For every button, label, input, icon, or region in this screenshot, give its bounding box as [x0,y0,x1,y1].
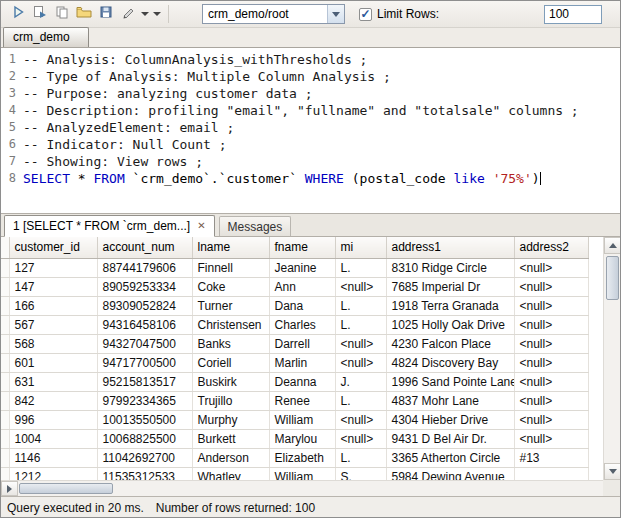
table-cell[interactable]: Marylou [269,429,335,448]
column-header[interactable]: mi [335,237,386,258]
table-cell[interactable]: 9431 D Bel Air Dr. [386,429,514,448]
table-cell[interactable]: 4837 Mohr Lane [386,391,514,410]
table-cell[interactable]: <null> [514,353,588,372]
table-cell[interactable]: 97992334365 [97,391,192,410]
scroll-right-button[interactable] [1,481,18,496]
table-cell[interactable]: <null> [335,429,386,448]
edit-button[interactable] [117,3,139,25]
table-cell[interactable]: L. [335,315,386,334]
table-cell[interactable]: 996 [9,410,97,429]
table-cell[interactable]: L. [335,391,386,410]
table-cell[interactable]: Turner [192,296,269,315]
table-cell[interactable]: #13 [514,448,588,467]
editor-code-lines[interactable]: -- Analysis: ColumnAnalysis_withThreshol… [21,51,620,213]
table-cell[interactable]: 89059253334 [97,277,192,296]
table-cell[interactable]: 567 [9,315,97,334]
table-cell[interactable]: Ann [269,277,335,296]
vertical-scroll-thumb[interactable] [606,256,619,300]
table-cell[interactable]: 4304 Hieber Drive [386,410,514,429]
table-cell[interactable]: 88744179606 [97,258,192,277]
table-cell[interactable]: <null> [514,372,588,391]
table-cell[interactable]: Murphy [192,410,269,429]
tab-messages[interactable]: Messages [219,216,292,236]
table-cell[interactable]: 1996 Sand Pointe Lane [386,372,514,391]
table-cell[interactable]: 1212 [9,467,97,480]
table-cell[interactable]: 1146 [9,448,97,467]
limit-rows-input[interactable] [544,5,602,24]
table-cell[interactable]: 601 [9,353,97,372]
table-cell[interactable]: 10068825500 [97,429,192,448]
table-cell[interactable]: <null> [514,315,588,334]
table-row[interactable]: 114611042692700AndersonElizabethL.3365 A… [1,448,588,467]
run-query-button[interactable] [7,3,29,25]
table-row[interactable]: 121211535312533WhatleyWilliamS.5984 Dewi… [1,467,588,480]
table-cell[interactable]: Trujillo [192,391,269,410]
table-cell[interactable]: 5984 Dewing Avenue [386,467,514,480]
copy-button[interactable] [51,3,73,25]
table-cell[interactable]: <null> [514,334,588,353]
table-cell[interactable]: Coriell [192,353,269,372]
table-cell[interactable]: 95215813517 [97,372,192,391]
column-header[interactable]: lname [192,237,269,258]
table-cell[interactable]: 568 [9,334,97,353]
column-header[interactable]: customer_id [9,237,97,258]
table-cell[interactable]: Renee [269,391,335,410]
table-cell[interactable]: L. [335,258,386,277]
open-file-button[interactable] [73,3,95,25]
horizontal-scroll-thumb[interactable] [19,483,113,494]
table-cell[interactable]: Buskirk [192,372,269,391]
tab-crm-demo[interactable]: crm_demo [3,27,89,47]
scroll-up-button[interactable] [604,237,621,254]
table-cell[interactable]: <null> [335,410,386,429]
table-cell[interactable]: 4824 Discovery Bay [386,353,514,372]
column-header[interactable]: address2 [514,237,588,258]
toolbar-overflow-button[interactable] [151,3,163,25]
table-cell[interactable]: Marlin [269,353,335,372]
table-cell[interactable]: Finnell [192,258,269,277]
column-header[interactable]: fname [269,237,335,258]
table-row[interactable]: 60194717700500CoriellMarlin<null>4824 Di… [1,353,588,372]
horizontal-scrollbar[interactable] [1,480,605,496]
table-cell[interactable]: <null> [514,429,588,448]
table-cell[interactable]: Coke [192,277,269,296]
table-cell[interactable]: 631 [9,372,97,391]
table-cell[interactable] [514,467,588,480]
table-cell[interactable]: <null> [335,334,386,353]
table-cell[interactable]: 4230 Falcon Place [386,334,514,353]
table-cell[interactable]: Whatley [192,467,269,480]
tab-result-1[interactable]: 1 [SELECT * FROM `crm_dem...] ✕ [4,215,215,237]
table-cell[interactable]: 1025 Holly Oak Drive [386,315,514,334]
table-row[interactable]: 99610013550500MurphyWilliam<null>4304 Hi… [1,410,588,429]
table-cell[interactable]: 127 [9,258,97,277]
table-cell[interactable]: S. [335,467,386,480]
table-cell[interactable]: 166 [9,296,97,315]
table-cell[interactable]: Banks [192,334,269,353]
table-cell[interactable]: 11535312533 [97,467,192,480]
table-cell[interactable]: Charles [269,315,335,334]
table-cell[interactable]: 8310 Ridge Circle [386,258,514,277]
scroll-down-button[interactable] [604,463,621,480]
table-cell[interactable]: 94316458106 [97,315,192,334]
table-cell[interactable]: 89309052824 [97,296,192,315]
table-cell[interactable]: 1918 Terra Granada [386,296,514,315]
table-cell[interactable]: <null> [514,296,588,315]
table-cell[interactable]: <null> [335,277,386,296]
table-cell[interactable]: Christensen [192,315,269,334]
table-cell[interactable]: 10013550500 [97,410,192,429]
table-row[interactable]: 16689309052824TurnerDanaL.1918 Terra Gra… [1,296,588,315]
column-header[interactable]: account_num [97,237,192,258]
table-row[interactable]: 56794316458106ChristensenCharlesL.1025 H… [1,315,588,334]
sql-editor[interactable]: 12345678 -- Analysis: ColumnAnalysis_wit… [1,48,620,213]
table-row[interactable]: 84297992334365TrujilloReneeL.4837 Mohr L… [1,391,588,410]
table-cell[interactable]: Burkett [192,429,269,448]
table-cell[interactable]: 94717700500 [97,353,192,372]
table-cell[interactable]: 7685 Imperial Dr [386,277,514,296]
table-cell[interactable]: <null> [514,258,588,277]
table-cell[interactable]: Dana [269,296,335,315]
table-cell[interactable]: J. [335,372,386,391]
table-cell[interactable]: 842 [9,391,97,410]
table-cell[interactable]: Darrell [269,334,335,353]
table-row[interactable]: 100410068825500BurkettMarylou<null>9431 … [1,429,588,448]
table-cell[interactable]: William [269,467,335,480]
limit-rows-checkbox[interactable]: ✓ [359,8,372,21]
